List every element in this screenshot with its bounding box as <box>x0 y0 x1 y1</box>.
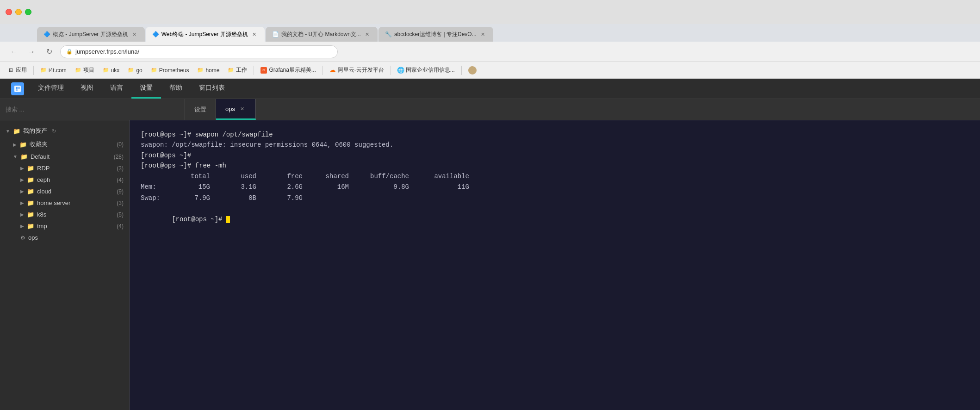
free-swap-used: 0B <box>224 193 270 204</box>
bookmarks-divider-2 <box>254 66 254 75</box>
free-col-free-header: free <box>270 171 316 182</box>
sidebar-item-favorites[interactable]: ▶ 📁 收藏夹 (0) <box>0 138 129 151</box>
menu-file-mgmt[interactable]: 文件管理 <box>30 79 72 99</box>
k8s-label: k8s <box>37 211 114 218</box>
bookmark-project[interactable]: 📁 项目 <box>71 65 98 75</box>
chevron-right-icon-home-server: ▶ <box>20 200 24 205</box>
free-mem-total: 15G <box>168 182 224 193</box>
free-swap-buffcache <box>363 193 423 204</box>
menu-settings[interactable]: 设置 <box>131 79 161 99</box>
browser-tab-4[interactable]: 🔧 abcdocker运维博客 | 专注DevO... ✕ <box>378 27 493 42</box>
bookmark-prometheus[interactable]: 📁 Prometheus <box>147 66 193 75</box>
tab1-favicon: 🔷 <box>43 31 50 37</box>
free-swap-total: 7.9G <box>168 193 224 204</box>
bookmark-prometheus-label: Prometheus <box>159 67 189 74</box>
chevron-right-icon-favorites: ▶ <box>13 142 17 147</box>
free-command-output: total used free shared buff/cache availa… <box>141 171 969 204</box>
refresh-icon[interactable]: ↻ <box>52 128 56 134</box>
folder-icon-k8s: 📁 <box>27 211 34 218</box>
tab1-title: 概览 - JumpServer 开源堡垒机 <box>53 31 128 38</box>
jumpserver-app: 文件管理 视图 语言 设置 帮助 窗口列表 设置 ops ✕ ▼ <box>0 79 980 410</box>
sidebar-item-cloud[interactable]: ▶ 📁 cloud (9) <box>0 186 129 197</box>
browser-tab-2[interactable]: 🔷 Web终端 - JumpServer 开源堡垒机 ✕ <box>146 27 265 42</box>
bookmark-alicloud[interactable]: ☁ 阿里云-云开发平台 <box>326 65 388 75</box>
sidebar-item-k8s[interactable]: ▶ 📁 k8s (5) <box>0 209 129 220</box>
minimize-button[interactable] <box>15 9 22 15</box>
free-mem-shared: 16M <box>316 182 363 193</box>
free-swap-free: 7.9G <box>270 193 316 204</box>
bookmark-avatar[interactable] <box>465 65 480 76</box>
grafana-icon: G <box>261 67 267 74</box>
bookmark-i4t-label: i4t.com <box>49 67 67 74</box>
free-col-shared-header: shared <box>316 171 363 182</box>
traffic-lights <box>6 9 31 15</box>
bookmarks-bar: ⊞ 应用 📁 i4t.com 📁 项目 📁 ukx 📁 go 📁 Prometh… <box>0 62 980 79</box>
close-button[interactable] <box>6 9 12 15</box>
title-bar <box>0 0 980 24</box>
app-main: ▼ 📁 我的资产 ↻ ▶ 📁 收藏夹 (0) ▼ 📁 Default (28) <box>0 120 980 410</box>
free-swap-available <box>423 193 469 204</box>
reload-button[interactable]: ↻ <box>43 45 56 58</box>
maximize-button[interactable] <box>25 9 31 15</box>
tab1-close-button[interactable]: ✕ <box>131 31 138 38</box>
sidebar-item-ops[interactable]: ⚙ ops <box>0 232 129 243</box>
bookmark-i4t[interactable]: 📁 i4t.com <box>37 66 70 75</box>
default-label: Default <box>31 153 111 160</box>
tab2-close-button[interactable]: ✕ <box>251 31 258 38</box>
free-col-buffcache-header: buff/cache <box>363 171 423 182</box>
tab3-close-button[interactable]: ✕ <box>364 31 371 38</box>
browser-tabs-bar: 🔷 概览 - JumpServer 开源堡垒机 ✕ 🔷 Web终端 - Jump… <box>0 24 980 42</box>
back-button[interactable]: ← <box>7 45 20 58</box>
menu-window-list[interactable]: 窗口列表 <box>191 79 233 99</box>
sidebar-item-rdp[interactable]: ▶ 📁 RDP (3) <box>0 162 129 174</box>
tab4-close-button[interactable]: ✕ <box>479 31 487 38</box>
bookmark-go[interactable]: 📁 go <box>124 66 146 75</box>
tab4-title: abcdocker运维博客 | 专注DevO... <box>394 31 477 38</box>
folder-icon-prometheus: 📁 <box>151 67 157 74</box>
cloud-count: (9) <box>117 188 124 195</box>
folder-icon-tmp: 📁 <box>27 223 34 230</box>
sidebar-item-default[interactable]: ▼ 📁 Default (28) <box>0 151 129 162</box>
sidebar-item-ceph[interactable]: ▶ 📁 ceph (4) <box>0 174 129 186</box>
bookmark-home[interactable]: 📁 home <box>193 66 223 75</box>
bookmark-grafana[interactable]: G Grafana展示精美... <box>257 65 319 75</box>
app-tab-ops-close-button[interactable]: ✕ <box>239 105 246 112</box>
chevron-right-icon-cloud: ▶ <box>20 189 24 194</box>
lock-icon: 🔒 <box>66 49 73 55</box>
menu-view[interactable]: 视图 <box>72 79 102 99</box>
svg-rect-0 <box>14 86 21 92</box>
app-tab-settings[interactable]: 设置 <box>185 99 216 120</box>
browser-tab-1[interactable]: 🔷 概览 - JumpServer 开源堡垒机 ✕ <box>37 27 145 42</box>
my-assets-label: 我的资产 <box>23 127 47 135</box>
bookmark-work[interactable]: 📁 工作 <box>224 65 251 75</box>
tab4-favicon: 🔧 <box>385 31 391 37</box>
tab2-title: Web终端 - JumpServer 开源堡垒机 <box>161 31 248 38</box>
bookmark-ukx[interactable]: 📁 ukx <box>99 66 124 75</box>
menu-help[interactable]: 帮助 <box>161 79 191 99</box>
menu-language[interactable]: 语言 <box>102 79 131 99</box>
chevron-down-icon-default: ▼ <box>13 154 18 159</box>
sidebar-my-assets-header[interactable]: ▼ 📁 我的资产 ↻ <box>0 124 129 138</box>
bookmark-apps[interactable]: ⊞ 应用 <box>4 65 31 75</box>
apps-grid-icon: ⊞ <box>7 67 14 74</box>
free-col-total-header: total <box>168 171 224 182</box>
address-input[interactable]: 🔒 jumpserver.frps.cn/luna/ <box>60 45 338 58</box>
app-logo <box>6 79 30 99</box>
sidebar-item-home-server[interactable]: ▶ 📁 home server (3) <box>0 197 129 209</box>
terminal[interactable]: [root@ops ~]# swapon /opt/swapfile swapo… <box>130 120 980 410</box>
forward-button[interactable]: → <box>25 45 38 58</box>
sidebar-item-tmp[interactable]: ▶ 📁 tmp (4) <box>0 220 129 232</box>
free-swap-row: Swap: 7.9G 0B 7.9G <box>141 193 969 204</box>
terminal-cursor-line: [root@ops ~]# <box>141 204 969 235</box>
browser-tab-3[interactable]: 📄 我的文档 - U开心 Markdown文... ✕ <box>266 27 378 42</box>
home-server-label: home server <box>37 199 114 206</box>
folder-icon-rdp: 📁 <box>27 165 34 172</box>
app-tab-ops[interactable]: ops ✕ <box>216 99 256 120</box>
chevron-right-icon-tmp: ▶ <box>20 224 24 229</box>
bookmark-national[interactable]: 🌐 国家企业信用信息... <box>394 65 459 75</box>
bookmark-alicloud-label: 阿里云-云开发平台 <box>338 66 384 74</box>
bookmarks-divider-3 <box>323 66 323 75</box>
bookmark-apps-label: 应用 <box>16 66 27 74</box>
bookmark-home-label: home <box>205 67 219 74</box>
search-input[interactable] <box>6 106 179 113</box>
